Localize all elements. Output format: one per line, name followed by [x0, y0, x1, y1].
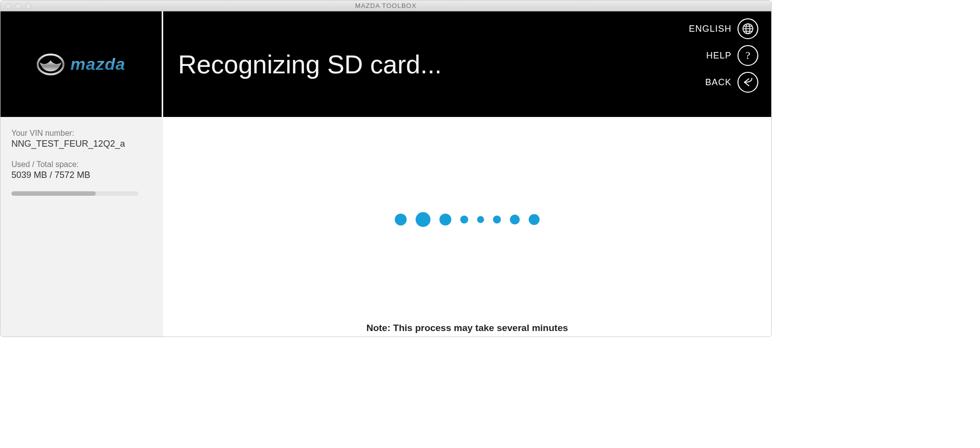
window-titlebar: MAZDA TOOLBOX [0, 0, 771, 11]
page-header: Recognizing SD card... ENGLISH HELP [163, 11, 771, 117]
mazda-emblem-icon [37, 54, 64, 75]
loading-indicator [395, 212, 540, 227]
page-title: Recognizing SD card... [178, 50, 442, 79]
vin-value: NNG_TEST_FEUR_12Q2_a [11, 139, 152, 149]
device-info: Your VIN number: NNG_TEST_FEUR_12Q2_a Us… [0, 117, 163, 208]
brand-logo: mazda [37, 54, 125, 75]
help-label: HELP [706, 51, 732, 61]
vin-label: Your VIN number: [11, 129, 152, 138]
process-note: Note: This process may take several minu… [367, 323, 568, 334]
loader-dot [493, 216, 501, 224]
loader-dot [510, 215, 520, 224]
question-icon: ? [737, 45, 758, 66]
back-label: BACK [705, 77, 732, 88]
back-button[interactable]: BACK [689, 72, 758, 93]
main-content: Note: This process may take several minu… [163, 117, 771, 336]
loader-dot [395, 214, 407, 225]
loader-dot [439, 214, 451, 225]
globe-icon [737, 18, 758, 39]
sidebar: mazda Your VIN number: NNG_TEST_FEUR_12Q… [0, 11, 163, 336]
storage-progress-bar [11, 191, 96, 196]
language-label: ENGLISH [689, 24, 732, 34]
loader-dot [460, 216, 468, 224]
back-arrow-icon [737, 72, 758, 93]
space-value: 5039 MB / 7572 MB [11, 170, 152, 180]
help-button[interactable]: HELP ? [689, 45, 758, 66]
loader-dot [477, 216, 484, 223]
brand-name: mazda [70, 55, 125, 74]
loader-dot [416, 212, 430, 227]
language-button[interactable]: ENGLISH [689, 18, 758, 39]
window-title: MAZDA TOOLBOX [0, 2, 771, 9]
logo-area: mazda [0, 11, 163, 117]
storage-progress [11, 191, 138, 196]
loader-dot [529, 214, 540, 225]
space-label: Used / Total space: [11, 160, 152, 169]
